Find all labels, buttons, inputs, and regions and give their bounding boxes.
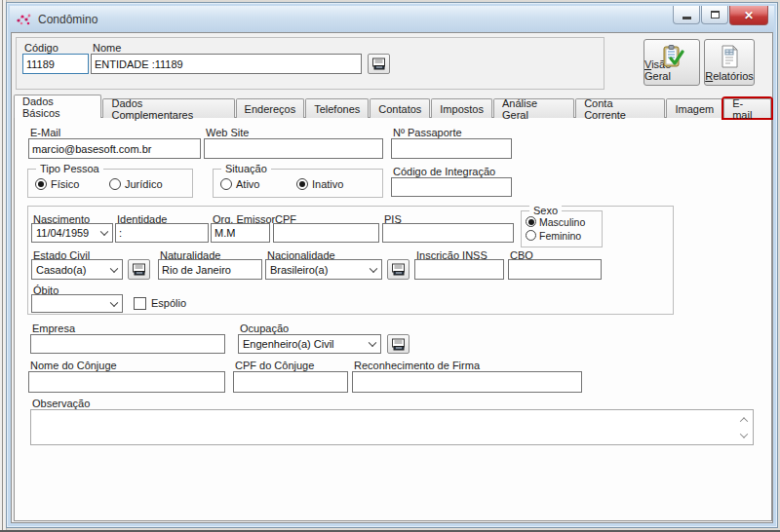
radio-masculino[interactable] xyxy=(526,216,536,227)
org-emissor-input[interactable] xyxy=(211,223,270,243)
app-logo-icon xyxy=(16,12,32,27)
nome-input[interactable] xyxy=(91,54,362,74)
chevron-down-icon xyxy=(110,298,118,306)
tab-strip: Dados Básicos Dados Complementares Ender… xyxy=(14,95,772,118)
minimize-button[interactable] xyxy=(673,6,700,24)
cpf-conjuge-input[interactable] xyxy=(233,371,348,393)
observacao-textarea[interactable] xyxy=(30,409,754,445)
nacionalidade-combo[interactable]: Brasileiro(a) xyxy=(265,259,382,280)
nome-conjuge-input[interactable] xyxy=(28,371,225,393)
report-document-icon xyxy=(718,44,741,69)
client-area: Código Nome xyxy=(11,32,773,523)
website-input[interactable] xyxy=(204,138,383,159)
empresa-label: Empresa xyxy=(32,323,75,334)
tab-email[interactable]: E-mail xyxy=(723,98,771,118)
ocupacao-label: Ocupação xyxy=(240,323,289,334)
passaporte-input[interactable] xyxy=(391,138,512,159)
radio-fisico[interactable] xyxy=(35,178,47,190)
email-input[interactable] xyxy=(28,138,201,159)
minimize-icon xyxy=(682,17,691,19)
screenshot-stage: Condômino ✕ Código Nome xyxy=(0,0,780,532)
identidade-input[interactable] xyxy=(115,223,209,243)
radio-masculino-label[interactable]: Masculino xyxy=(539,216,585,228)
visao-geral-button[interactable]: Visão Geral xyxy=(644,39,700,86)
nacionalidade-lookup-button[interactable] xyxy=(387,259,410,280)
nome-label: Nome xyxy=(93,42,121,54)
maximize-button[interactable] xyxy=(701,6,728,24)
tab-enderecos[interactable]: Endereços xyxy=(236,98,305,118)
codigo-input[interactable] xyxy=(22,54,89,74)
estado-civil-combo[interactable]: Casado(a) xyxy=(31,259,123,280)
chevron-down-icon xyxy=(110,264,118,272)
situacao-legend: Situação xyxy=(221,163,271,174)
email-label: E-Mail xyxy=(30,127,60,138)
codigo-integracao-label: Código de Integração xyxy=(393,166,495,177)
nascimento-combo[interactable]: 11/04/1959 xyxy=(31,223,113,243)
situacao-groupbox: Situação Ativo Inativo xyxy=(213,169,383,198)
cpf-input[interactable] xyxy=(273,223,379,243)
radio-ativo[interactable] xyxy=(220,178,232,190)
tab-contatos[interactable]: Contatos xyxy=(370,98,430,118)
card-lookup-icon xyxy=(132,263,146,276)
entity-header-box: Código Nome xyxy=(16,37,604,90)
scroll-down-icon[interactable] xyxy=(738,430,750,441)
window-title: Condômino xyxy=(38,13,98,26)
chevron-down-icon xyxy=(370,264,377,272)
reconhecimento-firma-input[interactable] xyxy=(352,371,582,393)
maximize-icon xyxy=(711,11,720,19)
ocupacao-combo[interactable]: Engenheiro(a) Civil xyxy=(238,334,381,354)
ocupacao-lookup-button[interactable] xyxy=(387,334,410,354)
card-lookup-icon xyxy=(391,338,406,351)
radio-feminino-label[interactable]: Feminino xyxy=(539,230,581,242)
titlebar[interactable]: Condômino ✕ xyxy=(10,6,774,32)
sexo-legend: Sexo xyxy=(529,205,562,216)
radio-inativo[interactable] xyxy=(296,178,308,190)
card-lookup-icon xyxy=(371,57,386,70)
tab-telefones[interactable]: Telefones xyxy=(305,98,369,118)
espolio-label[interactable]: Espólio xyxy=(151,297,186,309)
cbo-input[interactable] xyxy=(508,259,602,280)
codigo-label: Código xyxy=(24,42,58,54)
tab-imagem[interactable]: Imagem xyxy=(666,98,722,118)
radio-fisico-label[interactable]: Físico xyxy=(51,178,79,190)
obito-combo[interactable] xyxy=(31,294,123,313)
tipo-pessoa-groupbox: Tipo Pessoa Físico Jurídico xyxy=(27,169,193,198)
condomino-window: Condômino ✕ Código Nome xyxy=(6,2,778,528)
codigo-integracao-input[interactable] xyxy=(391,177,512,197)
tab-dados-complementares[interactable]: Dados Complementares xyxy=(102,98,234,118)
relatorios-label: Relatórios xyxy=(705,70,754,82)
cpf-conjuge-label: CPF do Cônjuge xyxy=(235,360,314,371)
radio-juridico-label[interactable]: Jurídico xyxy=(125,178,163,190)
pis-input[interactable] xyxy=(382,223,514,243)
radio-ativo-label[interactable]: Ativo xyxy=(236,178,259,190)
naturalidade-input[interactable] xyxy=(158,259,262,280)
inscricao-inss-input[interactable] xyxy=(414,259,504,280)
tipo-pessoa-legend: Tipo Pessoa xyxy=(36,163,103,174)
sexo-groupbox: Sexo Masculino Feminino xyxy=(521,210,603,247)
tab-impostos[interactable]: Impostos xyxy=(431,98,492,118)
tab-analise-geral[interactable]: Análise Geral xyxy=(493,98,574,118)
chevron-down-icon xyxy=(100,228,108,236)
dados-pessoais-groupbox: Nascimento 11/04/1959 Identidade Org. Em… xyxy=(27,206,674,315)
relatorios-button[interactable]: Relatórios xyxy=(704,39,755,86)
card-lookup-icon xyxy=(391,263,406,276)
passaporte-label: Nº Passaporte xyxy=(393,127,462,138)
dados-basicos-panel: E-Mail Web Site Nº Passaporte Tipo Pesso… xyxy=(14,117,772,521)
close-icon: ✕ xyxy=(744,9,754,22)
empresa-input[interactable] xyxy=(30,334,225,354)
entity-lookup-button[interactable] xyxy=(368,54,390,74)
radio-feminino[interactable] xyxy=(526,230,536,241)
chevron-down-icon xyxy=(369,339,376,347)
reconhecimento-firma-label: Reconhecimento de Firma xyxy=(354,360,480,371)
website-label: Web Site xyxy=(206,127,249,138)
close-button[interactable]: ✕ xyxy=(729,6,768,25)
observacao-label: Observação xyxy=(32,398,90,409)
radio-juridico[interactable] xyxy=(109,178,121,190)
tab-dados-basicos[interactable]: Dados Básicos xyxy=(14,95,101,118)
nome-conjuge-label: Nome do Cônjuge xyxy=(30,360,117,371)
tab-conta-corrente[interactable]: Conta Corrente xyxy=(575,98,665,118)
radio-inativo-label[interactable]: Inativo xyxy=(312,178,343,190)
espolio-checkbox[interactable] xyxy=(134,297,146,310)
scroll-up-icon[interactable] xyxy=(738,414,750,426)
estado-civil-lookup-button[interactable] xyxy=(128,259,150,280)
